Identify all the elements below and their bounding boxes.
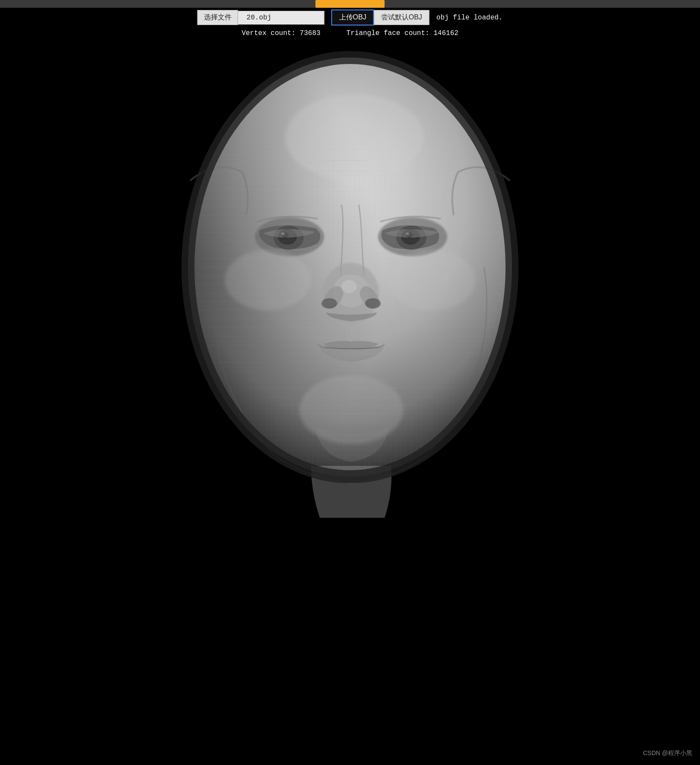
svg-point-22 [389, 250, 475, 310]
svg-point-11 [378, 217, 447, 256]
upload-obj-button[interactable]: 上传OBJ [331, 10, 374, 26]
svg-point-13 [401, 229, 420, 245]
vertex-count-label: Vertex count: 73683 [242, 29, 320, 37]
svg-point-0 [186, 55, 514, 479]
svg-point-17 [333, 274, 369, 307]
orange-top-button[interactable] [315, 0, 385, 8]
svg-point-15 [406, 233, 409, 235]
svg-point-19 [321, 298, 337, 309]
svg-point-10 [281, 233, 285, 235]
file-select-button[interactable]: 选择文件 [197, 10, 238, 25]
svg-point-7 [274, 226, 304, 250]
watermark: CSDN @程序小黑 [643, 749, 692, 757]
vertex-count-value: 73683 [300, 29, 321, 37]
svg-point-8 [278, 229, 297, 245]
status-text: obj file loaded. [436, 14, 503, 22]
triangle-count-label: Triangle face count: 146162 [347, 29, 458, 37]
svg-point-16 [323, 263, 379, 323]
svg-point-18 [341, 280, 357, 293]
svg-point-6 [255, 217, 324, 256]
controls-row: 选择文件 20.obj 上传OBJ 尝试默认OBJ obj file loade… [197, 10, 503, 26]
default-obj-button[interactable]: 尝试默认OBJ [374, 10, 430, 25]
svg-point-5 [285, 94, 423, 181]
svg-point-12 [396, 226, 426, 250]
svg-point-21 [225, 250, 311, 310]
svg-point-9 [282, 232, 289, 238]
svg-point-20 [365, 298, 381, 309]
stats-row: Vertex count: 73683 Triangle face count:… [242, 29, 458, 37]
svg-point-23 [299, 375, 403, 444]
svg-point-62 [188, 57, 512, 477]
file-name-display: 20.obj [238, 11, 325, 25]
svg-point-2 [188, 57, 512, 477]
face-mesh-svg [173, 51, 527, 526]
top-bar [0, 0, 700, 8]
svg-point-14 [406, 232, 413, 238]
svg-point-3 [188, 57, 512, 477]
triangle-count-value: 146162 [433, 29, 458, 37]
svg-point-4 [188, 57, 512, 477]
svg-point-1 [188, 57, 512, 477]
canvas-area [0, 8, 700, 765]
